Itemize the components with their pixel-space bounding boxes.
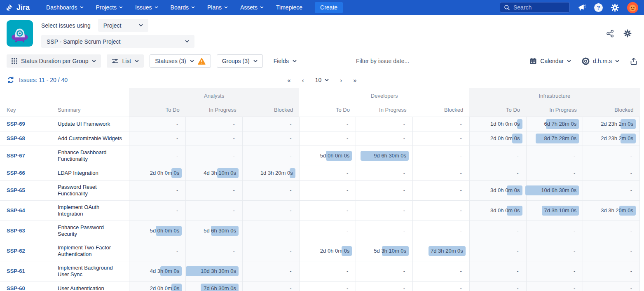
table-row: SSP-61Implement Background User Sync4d 3… <box>0 261 640 281</box>
duration-cell: - <box>299 131 356 146</box>
issue-key-link[interactable]: SSP-62 <box>7 248 25 254</box>
nav-item-timepiece[interactable]: Timepiece <box>276 4 302 11</box>
refresh-icon[interactable] <box>7 76 15 84</box>
table-row: SSP-63Enhance Password Security5d 0h 0m … <box>0 221 640 241</box>
duration-value: 7d 6h 30m 0s <box>204 285 241 291</box>
settings-gear-icon[interactable] <box>611 3 619 12</box>
duration-value: 7d 3h 10m 0s <box>544 207 581 214</box>
issue-key-link[interactable]: SSP-60 <box>7 285 25 291</box>
view-mode-select[interactable]: List <box>107 54 144 68</box>
duration-cell: - <box>583 281 640 291</box>
duration-cell: - <box>526 241 583 261</box>
global-search[interactable] <box>500 2 570 13</box>
project-select[interactable]: SSP - Sample Scrum Project <box>41 35 194 48</box>
calendar-select[interactable]: Calendar <box>529 54 571 68</box>
duration-cell: - <box>129 146 186 166</box>
issue-date-filter-input[interactable] <box>356 58 443 64</box>
jira-logo-icon <box>6 4 14 12</box>
issue-summary: Implement Two-Factor Authentication <box>58 241 129 261</box>
duration-cell: 7d 3h 10m 0s <box>526 200 583 221</box>
issue-summary: Implement OAuth Integration <box>58 200 129 221</box>
duration-value: 2d 0h 0m 0s <box>320 248 354 254</box>
issue-key-link[interactable]: SSP-64 <box>7 207 25 214</box>
duration-value: 5d 6h 30m 0s <box>204 228 241 234</box>
last-page-button[interactable]: » <box>353 77 356 84</box>
export-icon[interactable] <box>630 57 637 65</box>
fields-button[interactable]: Fields <box>269 54 302 68</box>
duration-cell: - <box>242 261 299 281</box>
share-icon[interactable] <box>606 30 614 38</box>
duration-cell: - <box>242 281 299 291</box>
grid-icon <box>12 58 17 64</box>
create-button[interactable]: Create <box>315 2 343 13</box>
warning-icon <box>198 58 206 65</box>
search-icon <box>504 5 510 11</box>
duration-cell: 4d 3h 0m 0s <box>129 261 186 281</box>
next-page-button[interactable]: › <box>340 77 342 84</box>
nav-item-projects[interactable]: Projects <box>96 4 123 11</box>
nav-menu: DashboardsProjectsIssuesBoardsPlansAsset… <box>46 4 315 11</box>
issue-key-link[interactable]: SSP-63 <box>7 228 25 234</box>
nav-item-assets[interactable]: Assets <box>240 4 264 11</box>
report-type-select[interactable]: Status Duration per Group <box>7 54 101 68</box>
duration-cell: - <box>299 180 356 200</box>
nav-right-group: ? <box>500 2 638 13</box>
duration-cell: 2d 0h 0m 0s <box>299 241 356 261</box>
issue-summary: Implement Background User Sync <box>58 261 129 281</box>
page-size-select[interactable]: 10 <box>315 77 329 83</box>
calendar-icon <box>529 57 537 65</box>
nav-item-plans[interactable]: Plans <box>207 4 228 11</box>
issue-key-link[interactable]: SSP-65 <box>7 187 25 193</box>
duration-format-icon <box>582 57 590 65</box>
duration-cell: - <box>129 241 186 261</box>
duration-value: 10d 6h 30m 0s <box>541 187 581 193</box>
column-header-inprogress: In Progress <box>356 103 413 117</box>
jira-logo[interactable]: Jira <box>6 3 30 12</box>
duration-cell: - <box>242 117 299 131</box>
duration-cell: - <box>186 200 243 221</box>
issue-key-link[interactable]: SSP-69 <box>7 121 25 127</box>
duration-value: 5d 3h 10m 0s <box>374 248 411 254</box>
duration-cell: - <box>299 221 356 241</box>
duration-cell: - <box>129 117 186 131</box>
duration-cell: - <box>356 261 413 281</box>
issue-key-link[interactable]: SSP-66 <box>7 170 25 176</box>
search-input[interactable] <box>513 4 559 11</box>
column-header-todo: To Do <box>299 103 356 117</box>
column-header-inprogress: In Progress <box>526 103 583 117</box>
duration-cell: 1d 0h 0m 0s <box>469 117 526 131</box>
app-root: Jira DashboardsProjectsIssuesBoardsPlans… <box>0 0 644 291</box>
duration-cell: 9d 6h 30m 0s <box>356 146 413 166</box>
announcements-icon[interactable] <box>578 4 586 12</box>
nav-item-issues[interactable]: Issues <box>135 4 158 11</box>
group-header-developers: Developers <box>299 88 469 103</box>
report-table-container: Analysts Developers Infrastructure Key S… <box>0 88 644 291</box>
duration-format-select[interactable]: d.h.m.s <box>582 54 619 68</box>
user-avatar[interactable] <box>627 2 638 13</box>
groups-filter-button[interactable]: Groups (3) <box>217 54 263 68</box>
issue-key-link[interactable]: SSP-68 <box>7 135 25 141</box>
issue-source-select[interactable]: Project <box>98 19 148 32</box>
report-settings-gear-icon[interactable] <box>623 29 632 38</box>
column-header-blocked: Blocked <box>583 103 640 117</box>
table-row: SSP-66LDAP Integration2d 0h 0m 0s4d 3h 1… <box>0 166 640 180</box>
column-header-todo: To Do <box>469 103 526 117</box>
duration-cell: - <box>356 180 413 200</box>
prev-page-button[interactable]: ‹ <box>302 77 304 84</box>
duration-cell: - <box>242 200 299 221</box>
duration-cell: 3d 0h 0m 0s <box>469 180 526 200</box>
statuses-filter-button[interactable]: Statuses (3) <box>150 54 211 68</box>
duration-cell: - <box>469 241 526 261</box>
issue-key-link[interactable]: SSP-61 <box>7 268 25 274</box>
duration-cell: 3d 3h 20m 0s <box>583 200 640 221</box>
duration-cell: - <box>356 281 413 291</box>
help-icon[interactable]: ? <box>594 3 603 12</box>
duration-cell: - <box>413 146 470 166</box>
issue-summary: Update UI Framework <box>58 117 129 131</box>
first-page-button[interactable]: « <box>287 77 290 84</box>
duration-cell: 7d 6h 30m 0s <box>186 281 243 291</box>
issue-key-link[interactable]: SSP-67 <box>7 153 25 159</box>
nav-item-boards[interactable]: Boards <box>171 4 195 11</box>
column-header-blocked: Blocked <box>242 103 299 117</box>
nav-item-dashboards[interactable]: Dashboards <box>46 4 84 11</box>
